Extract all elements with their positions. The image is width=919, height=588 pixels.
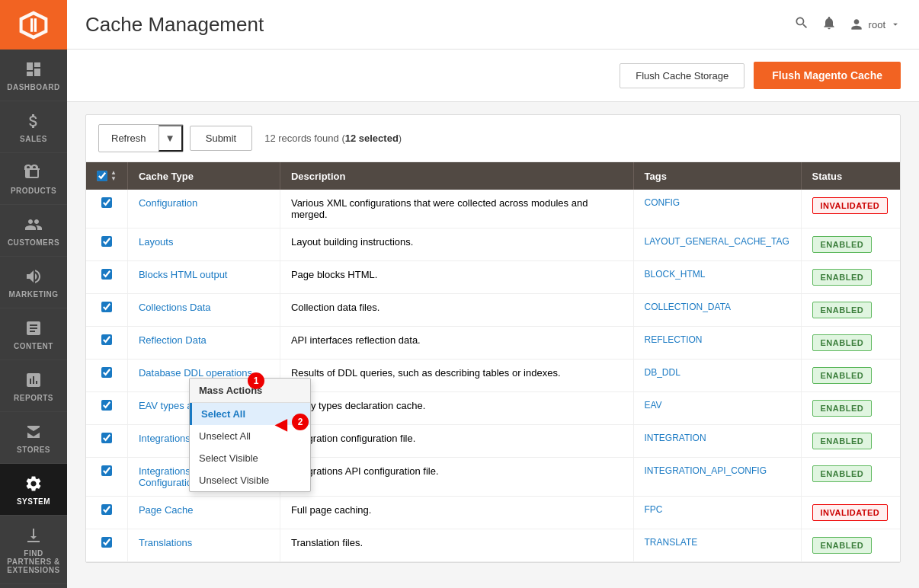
system-icon bbox=[23, 473, 44, 494]
table-row: Page Cache Full page caching. FPC INVALI… bbox=[86, 497, 900, 529]
row-checkbox[interactable] bbox=[101, 334, 112, 345]
sales-icon bbox=[23, 110, 44, 132]
row-checkbox[interactable] bbox=[101, 302, 112, 312]
row-type-link[interactable]: Translations bbox=[139, 537, 192, 548]
refresh-button-group: Refresh ▼ bbox=[98, 124, 184, 152]
row-tags: INTEGRATION bbox=[633, 425, 801, 458]
sidebar-item-dashboard[interactable]: DASHBOARD bbox=[0, 50, 67, 101]
notifications-icon[interactable] bbox=[821, 15, 837, 34]
sidebar-item-reports[interactable]: REPORTS bbox=[0, 360, 67, 412]
col-header-description: Description bbox=[280, 162, 633, 190]
row-checkbox[interactable] bbox=[101, 537, 112, 548]
row-checkbox[interactable] bbox=[101, 504, 112, 515]
row-checkbox-cell[interactable] bbox=[86, 294, 127, 327]
row-checkbox[interactable] bbox=[101, 367, 112, 378]
flush-cache-storage-button[interactable]: Flush Cache Storage bbox=[620, 63, 744, 88]
row-checkbox[interactable] bbox=[101, 433, 112, 443]
row-type-link[interactable]: Reflection Data bbox=[139, 334, 207, 346]
refresh-button[interactable]: Refresh bbox=[99, 126, 159, 150]
sidebar-logo[interactable] bbox=[0, 0, 67, 50]
row-checkbox-cell[interactable] bbox=[86, 529, 127, 562]
row-checkbox-cell[interactable] bbox=[86, 190, 127, 228]
row-tags: INTEGRATION_API_CONFIG bbox=[633, 458, 801, 497]
row-checkbox[interactable] bbox=[101, 236, 112, 247]
sidebar-item-stores[interactable]: STORES bbox=[0, 412, 67, 464]
row-tags: LAYOUT_GENERAL_CACHE_TAG bbox=[633, 228, 801, 261]
col-header-status: Status bbox=[801, 162, 900, 190]
sidebar-item-marketing[interactable]: MARKETING bbox=[0, 257, 67, 308]
sidebar-item-products[interactable]: PRODUCTS bbox=[0, 153, 67, 205]
row-checkbox-cell[interactable] bbox=[86, 261, 127, 294]
refresh-dropdown-button[interactable]: ▼ bbox=[159, 125, 183, 152]
row-type-link[interactable]: Layouts bbox=[139, 236, 174, 248]
table-row: Layouts Layout building instructions. LA… bbox=[86, 228, 900, 261]
mass-action-unselect-all[interactable]: Unselect All bbox=[190, 425, 310, 447]
row-checkbox-cell[interactable] bbox=[86, 327, 127, 360]
row-checkbox[interactable] bbox=[101, 197, 112, 208]
col-header-checkbox: ▲ ▼ bbox=[86, 162, 127, 190]
sidebar-item-system[interactable]: SYSTEM bbox=[0, 464, 67, 516]
row-description: Translation files. bbox=[280, 529, 633, 562]
customers-icon bbox=[23, 214, 44, 235]
page-title: Cache Management bbox=[85, 13, 794, 37]
user-menu[interactable]: root bbox=[849, 17, 901, 32]
topbar-actions: root bbox=[794, 15, 901, 34]
table-row: Translations Translation files. TRANSLAT… bbox=[86, 529, 900, 562]
row-type-link[interactable]: Page Cache bbox=[139, 504, 194, 516]
sidebar-item-label: FIND PARTNERS & EXTENSIONS bbox=[3, 549, 64, 574]
sidebar-item-label: REPORTS bbox=[14, 394, 53, 402]
row-description: Integration configuration file. bbox=[280, 425, 633, 458]
sidebar-item-label: SALES bbox=[20, 135, 47, 143]
row-checkbox-cell[interactable] bbox=[86, 228, 127, 261]
table-row: Configuration Various XML configurations… bbox=[86, 190, 900, 228]
row-status: ENABLED bbox=[801, 392, 900, 425]
sidebar-item-sales[interactable]: SALES bbox=[0, 101, 67, 153]
row-tags: REFLECTION bbox=[633, 327, 801, 360]
status-badge: ENABLED bbox=[812, 537, 873, 554]
row-checkbox-cell[interactable] bbox=[86, 425, 127, 458]
table-row: Collections Data Collection data files. … bbox=[86, 294, 900, 327]
svg-rect-3 bbox=[34, 18, 37, 32]
row-checkbox[interactable] bbox=[101, 465, 112, 476]
row-description: Layout building instructions. bbox=[280, 228, 633, 261]
row-status: ENABLED bbox=[801, 458, 900, 497]
sidebar-item-customers[interactable]: CUSTOMERS bbox=[0, 205, 67, 257]
mass-action-select-visible[interactable]: Select Visible bbox=[190, 447, 310, 469]
row-status: ENABLED bbox=[801, 425, 900, 458]
row-type: Layouts bbox=[127, 228, 280, 261]
search-icon[interactable] bbox=[794, 15, 809, 34]
sidebar: DASHBOARD SALES PRODUCTS CUSTOMERS MARKE… bbox=[0, 0, 67, 588]
mass-action-unselect-visible[interactable]: Unselect Visible bbox=[190, 469, 310, 491]
row-status: ENABLED bbox=[801, 294, 900, 327]
status-badge: ENABLED bbox=[812, 465, 873, 482]
flush-magento-cache-button[interactable]: Flush Magento Cache bbox=[754, 62, 901, 89]
row-tags: FPC bbox=[633, 497, 801, 529]
sidebar-item-content[interactable]: CONTENT bbox=[0, 308, 67, 360]
row-checkbox-cell[interactable] bbox=[86, 497, 127, 529]
row-type: Blocks HTML output bbox=[127, 261, 280, 294]
status-badge: ENABLED bbox=[812, 400, 873, 417]
stores-icon bbox=[23, 421, 44, 443]
step-1-indicator: 1 bbox=[248, 372, 264, 389]
row-type-link[interactable]: Database DDL operations bbox=[139, 367, 252, 379]
row-status: ENABLED bbox=[801, 360, 900, 392]
row-checkbox[interactable] bbox=[101, 269, 112, 280]
sidebar-item-label: DASHBOARD bbox=[7, 83, 60, 91]
row-status: ENABLED bbox=[801, 327, 900, 360]
action-bar: Flush Cache Storage Flush Magento Cache bbox=[67, 50, 919, 102]
row-checkbox-cell[interactable] bbox=[86, 458, 127, 497]
row-checkbox[interactable] bbox=[101, 400, 112, 411]
row-checkbox-cell[interactable] bbox=[86, 392, 127, 425]
row-tags: CONFIG bbox=[633, 190, 801, 228]
row-type-link[interactable]: Blocks HTML output bbox=[139, 269, 228, 280]
mass-actions-dropdown[interactable]: Mass Actions Select All Unselect All Sel… bbox=[189, 378, 311, 492]
row-type-link[interactable]: Collections Data bbox=[139, 302, 211, 313]
row-type-link[interactable]: Configuration bbox=[139, 197, 197, 209]
row-checkbox-cell[interactable] bbox=[86, 360, 127, 392]
sidebar-item-label: MARKETING bbox=[8, 290, 58, 299]
cache-table-body: Configuration Various XML configurations… bbox=[86, 190, 900, 562]
row-type: Collections Data bbox=[127, 294, 280, 327]
submit-button[interactable]: Submit bbox=[190, 126, 252, 151]
select-all-checkbox[interactable] bbox=[97, 171, 107, 181]
sidebar-item-partners[interactable]: FIND PARTNERS & EXTENSIONS bbox=[0, 516, 67, 584]
